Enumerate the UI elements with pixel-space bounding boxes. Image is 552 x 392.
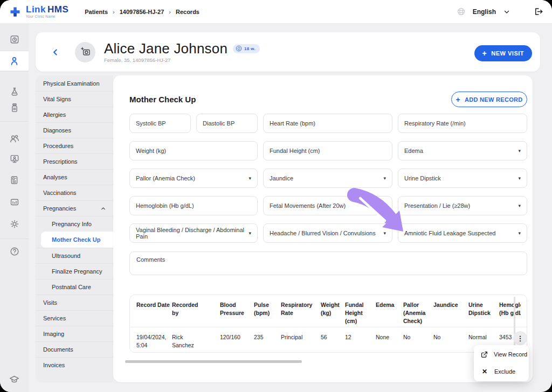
rail-item-help[interactable] xyxy=(0,242,29,261)
education-icon xyxy=(9,374,20,385)
vaginal-bleeding-select[interactable]: Vaginal Bleeding / Discharge / Abdominal… xyxy=(129,223,258,243)
new-visit-label: NEW VISIT xyxy=(491,50,524,57)
billing-icon xyxy=(9,175,19,185)
language-selector[interactable]: English xyxy=(473,8,496,16)
sidebar-item-prescriptions[interactable]: Prescriptions xyxy=(36,153,113,169)
sidebar-item-visits[interactable]: Visits xyxy=(36,295,113,310)
rail-item-schedule[interactable] xyxy=(0,30,29,49)
breadcrumb-separator: › xyxy=(113,9,115,15)
check-up-form: Systolic BP Diastolic BP Heart Rate (bpm… xyxy=(129,114,527,251)
menu-item-view-record[interactable]: View Record xyxy=(474,346,529,363)
sidebar-item-imaging[interactable]: Imaging xyxy=(36,326,113,341)
comments-textarea[interactable]: Comments xyxy=(129,251,527,275)
table-row[interactable]: 19/04/2024, 5:04 Rick Sanchez 120/160 23… xyxy=(130,327,527,353)
chevron-down-icon: ▾ xyxy=(516,230,521,236)
record-sections-nav: Physical Examination Vital Signs Allergi… xyxy=(36,75,113,382)
cell-blood-pressure: 120/160 xyxy=(220,333,247,353)
cell-respiratory-rate: Principal xyxy=(281,333,314,353)
external-link-icon xyxy=(481,351,488,358)
sidebar-item-ultrasound[interactable]: Ultrasound xyxy=(36,248,113,263)
breadcrumb-records: Records xyxy=(176,9,199,15)
sidebar-item-pregnancy-info[interactable]: Pregnancy Info xyxy=(36,216,113,232)
topbar-right: English xyxy=(457,6,552,17)
add-new-record-button[interactable]: + ADD NEW RECORD xyxy=(451,92,527,107)
rail-item-reports[interactable] xyxy=(0,193,29,212)
col-respiratory-rate: Respiratory Rate xyxy=(281,301,314,327)
pregnancy-badge: 18 w. xyxy=(233,44,260,53)
lab-icon xyxy=(9,86,20,97)
logout-icon[interactable] xyxy=(533,6,543,17)
chevron-up-icon xyxy=(100,206,106,212)
sidebar-item-invoices[interactable]: Invoices xyxy=(36,357,113,373)
breadcrumb-patients[interactable]: Patients xyxy=(85,9,108,15)
presentation-lie-select[interactable]: Presentation / Lie (≥28w)▾ xyxy=(398,196,527,215)
row-actions-button[interactable]: ⋮ xyxy=(513,331,527,345)
menu-item-exclude[interactable]: ✕ Exclude xyxy=(474,363,529,380)
fetal-movements-field[interactable]: Fetal Movements (After 20w) xyxy=(263,196,392,215)
urine-dipstick-select[interactable]: Urine Dipstick▾ xyxy=(398,169,527,188)
sidebar-item-mother-check-up[interactable]: Mother Check Up xyxy=(41,232,113,248)
new-visit-button[interactable]: + NEW VISIT xyxy=(474,45,532,61)
rail-item-billing[interactable] xyxy=(0,170,29,190)
add-photo-icon xyxy=(80,46,91,58)
rail-divider xyxy=(0,121,29,122)
sidebar-item-documents[interactable]: Documents xyxy=(36,341,113,357)
cell-record-date: 19/04/2024, 5:04 xyxy=(136,333,172,353)
mother-check-up-panel: Mother Check Up + ADD NEW RECORD Systoli… xyxy=(113,75,533,382)
top-bar: LinkHMS Your Clinic Name Patients › 1409… xyxy=(0,0,552,24)
brand-text: LinkHMS Your Clinic Name xyxy=(26,5,68,19)
brand-logo[interactable]: LinkHMS Your Clinic Name xyxy=(0,5,68,19)
chevron-down-icon: ▾ xyxy=(246,176,251,181)
rail-item-education[interactable] xyxy=(0,369,29,389)
sidebar-item-vaccinations[interactable]: Vaccinations xyxy=(36,185,113,200)
sidebar-item-physical-examination[interactable]: Physical Examination xyxy=(36,75,113,91)
brand-name: LinkHMS xyxy=(26,5,68,14)
hemoglobin-field[interactable]: Hemoglobin (Hb g/dL) xyxy=(129,196,258,215)
icon-rail xyxy=(0,24,29,392)
col-weight: Weight (kg) xyxy=(321,301,343,327)
sidebar-item-allergies[interactable]: Allergies xyxy=(36,107,113,122)
weight-field[interactable]: Weight (kg) xyxy=(129,141,258,160)
patient-info: Alice Jane Johnson 18 w. Female, 35, 140… xyxy=(104,41,260,63)
rail-item-staff[interactable] xyxy=(0,129,29,148)
records-table: Record Date Recorded by Blood Pressure P… xyxy=(129,295,527,353)
rail-item-settings[interactable] xyxy=(0,214,29,234)
chevron-down-icon[interactable] xyxy=(503,8,510,16)
col-hemoglobin: Hemoglobin (Hb g/dL) xyxy=(499,301,521,327)
sidebar-item-pregnancies[interactable]: Pregnancies xyxy=(36,200,113,216)
horizontal-scrollbar[interactable] xyxy=(125,360,302,363)
heart-rate-field[interactable]: Heart Rate (bpm) xyxy=(263,114,392,133)
chevron-down-icon: ▾ xyxy=(516,176,521,181)
patient-avatar[interactable] xyxy=(75,42,95,62)
patient-name: Alice Jane Johnson xyxy=(104,41,227,56)
amniotic-fluid-select[interactable]: Amniotic Fluid Leakage Suspected▾ xyxy=(398,223,527,243)
systolic-bp-field[interactable]: Systolic BP xyxy=(129,114,191,133)
chevron-down-icon: ▾ xyxy=(516,148,521,153)
sidebar-item-vital-signs[interactable]: Vital Signs xyxy=(36,91,113,107)
breadcrumb: Patients › 14097856-HJ-27 › Records xyxy=(85,9,199,15)
diastolic-bp-field[interactable]: Diastolic BP xyxy=(196,114,258,133)
rail-item-patients[interactable] xyxy=(0,51,29,71)
col-fundal-height: Fundal Height (cm) xyxy=(345,301,370,327)
fundal-height-field[interactable]: Fundal Height (cm) xyxy=(263,141,392,160)
pallor-select[interactable]: Pallor (Anemia Check)▾ xyxy=(129,169,258,188)
sidebar-item-analyses[interactable]: Analyses xyxy=(36,169,113,185)
sidebar-item-services[interactable]: Services xyxy=(36,310,113,326)
jaundice-select[interactable]: Jaundice▾ xyxy=(263,169,392,188)
headache-select[interactable]: Headache / Blurred Vision / Convulsions▾ xyxy=(263,223,392,243)
rail-item-telehealth[interactable] xyxy=(0,149,29,169)
edema-select[interactable]: Edema▾ xyxy=(398,141,527,160)
col-blood-pressure: Blood Pressure xyxy=(220,301,247,327)
respiratory-rate-field[interactable]: Respiratory Rate (/min) xyxy=(398,114,527,133)
back-button[interactable] xyxy=(50,47,61,58)
rail-item-pharmacy[interactable] xyxy=(0,98,29,117)
sidebar-item-procedures[interactable]: Procedures xyxy=(36,138,113,153)
breadcrumb-patient-id[interactable]: 14097856-HJ-27 xyxy=(120,9,164,15)
sidebar-item-finalize-pregnancy[interactable]: Finalize Pregnancy xyxy=(36,263,113,279)
comments-label: Comments xyxy=(136,256,165,263)
cell-recorded-by: Rick Sanchez xyxy=(172,333,199,353)
sidebar-item-diagnoses[interactable]: Diagnoses xyxy=(36,122,113,138)
close-icon: ✕ xyxy=(481,368,488,375)
table-header-row: Record Date Recorded by Blood Pressure P… xyxy=(130,295,527,327)
sidebar-item-postnatal-care[interactable]: Postnatal Care xyxy=(36,279,113,295)
